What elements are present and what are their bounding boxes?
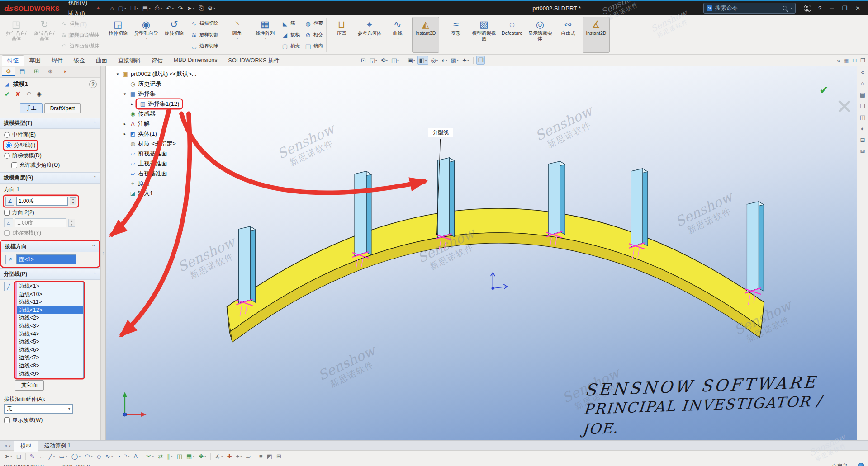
shaded-sketch-button[interactable]: ◩ xyxy=(265,452,274,460)
pane-minimize-icon[interactable]: ⊟ xyxy=(852,57,857,64)
restore-icon[interactable]: ❐ xyxy=(838,4,851,13)
new-document-icon[interactable]: ▢▾ xyxy=(116,4,128,13)
fin-face[interactable] xyxy=(238,226,250,303)
chevron-up-icon[interactable]: ⌃ xyxy=(93,272,97,277)
relations-button[interactable]: ≡ xyxy=(257,452,265,460)
parting-line-item[interactable]: 边线<7> xyxy=(17,354,83,362)
hole-wizard-button[interactable]: ◉异型孔向导▾ xyxy=(133,17,160,53)
direction2-input[interactable] xyxy=(4,210,10,216)
tree-expander-icon[interactable]: ▾ xyxy=(122,92,128,96)
angle1-spinner[interactable]: ▴▾ xyxy=(70,197,76,205)
parting-line-item[interactable]: 边线<10> xyxy=(17,291,83,299)
convert-entities-button[interactable]: ⇄ xyxy=(156,452,165,460)
sketch-pattern-button[interactable]: ▦▾ xyxy=(185,452,196,460)
tree-history[interactable]: ◷历史记录 xyxy=(115,79,197,89)
tree-imported-1[interactable]: ◪输入1 xyxy=(115,188,197,198)
3d-views-icon[interactable]: ❐ xyxy=(476,56,485,65)
fin-face[interactable] xyxy=(438,158,450,238)
spline-button[interactable]: ∿▾ xyxy=(104,452,115,460)
pane-grid-icon[interactable]: ▦ xyxy=(844,57,849,64)
parting-line-item[interactable]: 边线<11> xyxy=(17,298,83,306)
parting-line-item[interactable]: 边线<6> xyxy=(17,346,83,354)
feature-manager-tab[interactable]: ▤ xyxy=(16,67,29,76)
tree-front-plane[interactable]: ▱前视基准面 xyxy=(115,149,197,159)
tree-material[interactable]: ◍材质 <未指定> xyxy=(115,139,197,149)
lofted-cut-button[interactable]: ≋放样切割 xyxy=(189,29,220,40)
parting-line-radio-input[interactable] xyxy=(6,142,12,148)
manual-mode-button[interactable]: 手工 xyxy=(20,103,43,113)
parting-line-item[interactable]: 边线<2> xyxy=(17,314,83,322)
arc-button[interactable]: ◠▾ xyxy=(83,452,94,460)
circle-button[interactable]: ◯▾ xyxy=(70,452,83,460)
other-face-button[interactable]: 其它面 xyxy=(15,380,44,391)
allow-reduced-angle-checkbox[interactable]: 允许减少角度(O) xyxy=(11,161,96,169)
rib-fin[interactable] xyxy=(745,202,764,305)
parting-line-item[interactable]: 边线<5> xyxy=(17,338,83,346)
repair-sketch-button[interactable]: ✚ xyxy=(225,452,234,460)
arc-band-top-face[interactable] xyxy=(227,208,764,332)
mirror-entities-button[interactable]: ◫ xyxy=(175,452,184,460)
quick-snaps-button[interactable]: ⌖▾ xyxy=(234,452,244,461)
undo-button[interactable]: ↶ xyxy=(26,90,31,98)
ellipse-button[interactable]: ◔ xyxy=(115,452,123,460)
parting-line-item[interactable]: 边线<4> xyxy=(17,330,83,339)
preview-eye-button[interactable]: ◉ xyxy=(37,91,41,97)
model-tab[interactable]: 模型 xyxy=(14,441,38,452)
tab-direct-editing[interactable]: 直接编辑 xyxy=(113,55,146,66)
section-view-icon[interactable]: ◫▾ xyxy=(390,56,400,64)
show-preview-checkbox[interactable]: 显示预览(W) xyxy=(0,414,100,427)
rib-button[interactable]: ◣筋 xyxy=(280,18,302,29)
parting-line-item[interactable]: 边线<3> xyxy=(17,322,83,330)
panel-splitter[interactable]: ⋮ xyxy=(101,66,106,440)
tree-annotations[interactable]: ▸A注解 xyxy=(115,119,197,129)
draft-direction-field[interactable]: 面<1> xyxy=(16,254,76,264)
custom-properties-icon[interactable]: ⊟ xyxy=(860,137,865,143)
tree-part-root[interactable]: ▾▣prt0002 (默认) <<默认>... xyxy=(115,69,197,79)
neutral-plane-radio[interactable]: 中性面(E) xyxy=(4,131,96,139)
fillet-button[interactable]: ◝圆角▾ xyxy=(223,17,251,53)
tree-selection-sets[interactable]: ▾▦选择集 xyxy=(115,89,197,99)
select-icon[interactable]: ➤▾ xyxy=(185,4,196,13)
section-header[interactable]: 拔模方向 ⌃ xyxy=(1,241,99,252)
search-icon[interactable] xyxy=(783,6,787,10)
fin-face[interactable] xyxy=(250,226,255,302)
search-input[interactable]: S 搜索命令 ▾ xyxy=(703,3,796,14)
parting-line-item[interactable]: 边线<12> xyxy=(17,306,83,315)
hide-show-items-icon[interactable]: ◎▾ xyxy=(429,56,439,64)
tab-solidworks-addins[interactable]: SOLIDWORKS 插件 xyxy=(223,55,285,66)
chevron-up-icon[interactable]: ⌃ xyxy=(93,175,97,180)
home-icon[interactable]: ⌂ xyxy=(109,4,116,13)
fin-face[interactable] xyxy=(747,202,759,292)
zoom-fit-icon[interactable]: ⊡ xyxy=(360,56,367,64)
tab-features[interactable]: 特征 xyxy=(2,55,24,66)
draftxpert-mode-button[interactable]: DraftXpert xyxy=(44,103,81,113)
save-icon[interactable]: ▤▾ xyxy=(141,4,152,13)
edit-appearance-icon[interactable]: ◐▾ xyxy=(440,56,448,64)
linear-pattern-button[interactable]: ▦线性阵列▾ xyxy=(251,17,279,53)
zoom-area-icon[interactable]: ◱▾ xyxy=(368,56,379,64)
forum-icon[interactable]: ✉ xyxy=(860,148,865,155)
graphics-area[interactable]: Senshow新思诺软件Senshow新思诺软件Senshow新思诺软件Sens… xyxy=(106,66,857,440)
display-style-icon[interactable]: ◧▾ xyxy=(417,56,429,65)
indent-button[interactable]: ⊔压凹 xyxy=(328,17,355,53)
step-draft-radio-input[interactable] xyxy=(4,153,10,159)
pin-menu-icon[interactable]: ✦ xyxy=(94,5,103,11)
boundary-cut-button[interactable]: ◡边界切除 xyxy=(189,41,220,52)
pane-restore-icon[interactable]: ❐ xyxy=(860,57,865,64)
confirm-check-icon[interactable]: ✔ xyxy=(819,84,829,97)
instant2d-button[interactable]: ∡Instant2D xyxy=(583,17,610,53)
tree-selection-set-1[interactable]: ▸▥选择集1(12) xyxy=(115,99,197,109)
fin-face[interactable] xyxy=(560,161,565,235)
cancel-x-icon[interactable]: ✕ xyxy=(835,94,853,119)
line-button[interactable]: ╱▾ xyxy=(47,452,57,460)
show-preview-input[interactable] xyxy=(4,417,10,423)
arc-band-front-face[interactable] xyxy=(230,233,762,342)
grid-button[interactable]: ⊞ xyxy=(275,452,283,460)
tree-top-plane[interactable]: ▱上视基准面 xyxy=(115,159,197,169)
display-relations-button[interactable]: ∡▾ xyxy=(213,452,225,460)
chevron-up-icon[interactable]: ⌃ xyxy=(92,244,95,249)
smart-dimension-button[interactable]: ↔ xyxy=(37,452,47,460)
collapse-taskpane-icon[interactable]: « xyxy=(861,69,864,75)
attachment-icon[interactable]: ⎘ xyxy=(197,4,205,13)
section-header[interactable]: 拔模角度(G) ⌃ xyxy=(0,172,100,184)
